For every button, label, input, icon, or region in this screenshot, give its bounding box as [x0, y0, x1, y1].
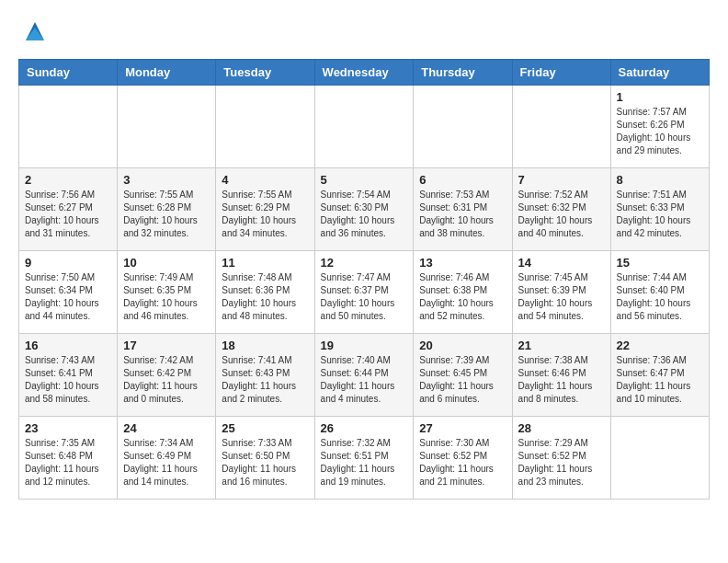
calendar-cell: 4Sunrise: 7:55 AM Sunset: 6:29 PM Daylig…: [216, 168, 314, 251]
day-info: Sunrise: 7:38 AM Sunset: 6:46 PM Dayligh…: [518, 354, 605, 406]
calendar-cell: 27Sunrise: 7:30 AM Sunset: 6:52 PM Dayli…: [414, 417, 512, 500]
day-number: 18: [222, 339, 308, 352]
calendar-cell: 19Sunrise: 7:40 AM Sunset: 6:44 PM Dayli…: [314, 334, 414, 417]
calendar-cell: 2Sunrise: 7:56 AM Sunset: 6:27 PM Daylig…: [19, 168, 118, 251]
day-info: Sunrise: 7:45 AM Sunset: 6:39 PM Dayligh…: [518, 271, 605, 323]
day-number: 6: [419, 173, 506, 187]
day-info: Sunrise: 7:32 AM Sunset: 6:51 PM Dayligh…: [321, 437, 408, 488]
day-number: 21: [518, 339, 605, 352]
calendar-cell: 15Sunrise: 7:44 AM Sunset: 6:40 PM Dayli…: [610, 251, 709, 334]
day-number: 25: [222, 421, 308, 435]
day-info: Sunrise: 7:55 AM Sunset: 6:28 PM Dayligh…: [123, 189, 210, 240]
day-number: 4: [222, 173, 308, 187]
day-info: Sunrise: 7:50 AM Sunset: 6:34 PM Dayligh…: [25, 271, 111, 323]
calendar-cell: 20Sunrise: 7:39 AM Sunset: 6:45 PM Dayli…: [414, 334, 512, 417]
calendar-week-4: 16Sunrise: 7:43 AM Sunset: 6:41 PM Dayli…: [19, 334, 710, 417]
day-info: Sunrise: 7:54 AM Sunset: 6:30 PM Dayligh…: [321, 189, 408, 240]
calendar-cell: 6Sunrise: 7:53 AM Sunset: 6:31 PM Daylig…: [414, 168, 512, 251]
day-info: Sunrise: 7:41 AM Sunset: 6:43 PM Dayligh…: [222, 354, 308, 406]
day-number: 9: [25, 256, 111, 270]
day-info: Sunrise: 7:42 AM Sunset: 6:42 PM Dayligh…: [123, 354, 210, 406]
day-info: Sunrise: 7:56 AM Sunset: 6:27 PM Dayligh…: [25, 189, 111, 240]
day-info: Sunrise: 7:30 AM Sunset: 6:52 PM Dayligh…: [419, 437, 506, 488]
day-info: Sunrise: 7:44 AM Sunset: 6:40 PM Dayligh…: [617, 271, 703, 323]
calendar-cell: 18Sunrise: 7:41 AM Sunset: 6:43 PM Dayli…: [216, 334, 314, 417]
day-info: Sunrise: 7:46 AM Sunset: 6:38 PM Dayligh…: [419, 271, 506, 323]
calendar-header-friday: Friday: [512, 60, 610, 86]
day-info: Sunrise: 7:52 AM Sunset: 6:32 PM Dayligh…: [518, 189, 605, 240]
calendar-cell: 11Sunrise: 7:48 AM Sunset: 6:36 PM Dayli…: [216, 251, 314, 334]
calendar-cell: 14Sunrise: 7:45 AM Sunset: 6:39 PM Dayli…: [512, 251, 610, 334]
calendar-cell: 21Sunrise: 7:38 AM Sunset: 6:46 PM Dayli…: [512, 334, 610, 417]
day-info: Sunrise: 7:34 AM Sunset: 6:49 PM Dayligh…: [123, 437, 210, 488]
day-number: 14: [518, 256, 605, 270]
day-number: 7: [518, 173, 605, 187]
calendar-cell: [216, 86, 314, 168]
day-number: 16: [25, 339, 111, 352]
calendar-cell: [610, 417, 709, 500]
day-number: 13: [419, 256, 506, 270]
calendar-cell: 28Sunrise: 7:29 AM Sunset: 6:52 PM Dayli…: [512, 417, 610, 500]
calendar-cell: 23Sunrise: 7:35 AM Sunset: 6:48 PM Dayli…: [19, 417, 118, 500]
day-number: 3: [123, 173, 210, 187]
calendar-cell: 12Sunrise: 7:47 AM Sunset: 6:37 PM Dayli…: [314, 251, 414, 334]
day-number: 17: [123, 339, 210, 352]
day-number: 23: [25, 421, 111, 435]
day-number: 5: [321, 173, 408, 187]
calendar-header-wednesday: Wednesday: [314, 60, 414, 86]
calendar-header-monday: Monday: [118, 60, 216, 86]
day-number: 15: [617, 256, 703, 270]
calendar-header-sunday: Sunday: [19, 60, 118, 86]
calendar-cell: 7Sunrise: 7:52 AM Sunset: 6:32 PM Daylig…: [512, 168, 610, 251]
calendar-cell: 1Sunrise: 7:57 AM Sunset: 6:26 PM Daylig…: [610, 86, 709, 168]
calendar-header-tuesday: Tuesday: [216, 60, 314, 86]
calendar-cell: 5Sunrise: 7:54 AM Sunset: 6:30 PM Daylig…: [314, 168, 414, 251]
calendar-cell: [414, 86, 512, 168]
day-info: Sunrise: 7:39 AM Sunset: 6:45 PM Dayligh…: [419, 354, 506, 406]
day-number: 19: [321, 339, 408, 352]
day-number: 12: [321, 256, 408, 270]
calendar-cell: 17Sunrise: 7:42 AM Sunset: 6:42 PM Dayli…: [118, 334, 216, 417]
day-info: Sunrise: 7:33 AM Sunset: 6:50 PM Dayligh…: [222, 437, 308, 488]
calendar-cell: [512, 86, 610, 168]
day-number: 10: [123, 256, 210, 270]
calendar-cell: 24Sunrise: 7:34 AM Sunset: 6:49 PM Dayli…: [118, 417, 216, 500]
day-info: Sunrise: 7:36 AM Sunset: 6:47 PM Dayligh…: [617, 354, 703, 406]
calendar-week-2: 2Sunrise: 7:56 AM Sunset: 6:27 PM Daylig…: [19, 168, 710, 251]
calendar-cell: 26Sunrise: 7:32 AM Sunset: 6:51 PM Dayli…: [314, 417, 414, 500]
calendar-cell: 3Sunrise: 7:55 AM Sunset: 6:28 PM Daylig…: [118, 168, 216, 251]
day-info: Sunrise: 7:53 AM Sunset: 6:31 PM Dayligh…: [419, 189, 506, 240]
day-number: 28: [518, 421, 605, 435]
calendar-table: SundayMondayTuesdayWednesdayThursdayFrid…: [18, 59, 710, 500]
day-number: 11: [222, 256, 308, 270]
logo-icon: [22, 18, 48, 44]
calendar-header-thursday: Thursday: [414, 60, 512, 86]
calendar-cell: [19, 86, 118, 168]
day-info: Sunrise: 7:29 AM Sunset: 6:52 PM Dayligh…: [518, 437, 605, 488]
day-info: Sunrise: 7:57 AM Sunset: 6:26 PM Dayligh…: [617, 106, 703, 157]
calendar-cell: [118, 86, 216, 168]
calendar-week-5: 23Sunrise: 7:35 AM Sunset: 6:48 PM Dayli…: [19, 417, 710, 500]
day-info: Sunrise: 7:35 AM Sunset: 6:48 PM Dayligh…: [25, 437, 111, 488]
day-number: 20: [419, 339, 506, 352]
logo: [18, 18, 48, 44]
calendar-cell: 9Sunrise: 7:50 AM Sunset: 6:34 PM Daylig…: [19, 251, 118, 334]
calendar-cell: 16Sunrise: 7:43 AM Sunset: 6:41 PM Dayli…: [19, 334, 118, 417]
calendar-week-3: 9Sunrise: 7:50 AM Sunset: 6:34 PM Daylig…: [19, 251, 710, 334]
day-number: 22: [617, 339, 703, 352]
day-number: 26: [321, 421, 408, 435]
calendar-cell: 25Sunrise: 7:33 AM Sunset: 6:50 PM Dayli…: [216, 417, 314, 500]
day-info: Sunrise: 7:49 AM Sunset: 6:35 PM Dayligh…: [123, 271, 210, 323]
day-info: Sunrise: 7:43 AM Sunset: 6:41 PM Dayligh…: [25, 354, 111, 406]
day-info: Sunrise: 7:40 AM Sunset: 6:44 PM Dayligh…: [321, 354, 408, 406]
calendar-cell: 10Sunrise: 7:49 AM Sunset: 6:35 PM Dayli…: [118, 251, 216, 334]
day-number: 8: [617, 173, 703, 187]
calendar-header-saturday: Saturday: [610, 60, 709, 86]
day-info: Sunrise: 7:47 AM Sunset: 6:37 PM Dayligh…: [321, 271, 408, 323]
day-number: 24: [123, 421, 210, 435]
page-header: [18, 18, 710, 44]
day-number: 27: [419, 421, 506, 435]
day-number: 2: [25, 173, 111, 187]
calendar-cell: 22Sunrise: 7:36 AM Sunset: 6:47 PM Dayli…: [610, 334, 709, 417]
day-info: Sunrise: 7:48 AM Sunset: 6:36 PM Dayligh…: [222, 271, 308, 323]
